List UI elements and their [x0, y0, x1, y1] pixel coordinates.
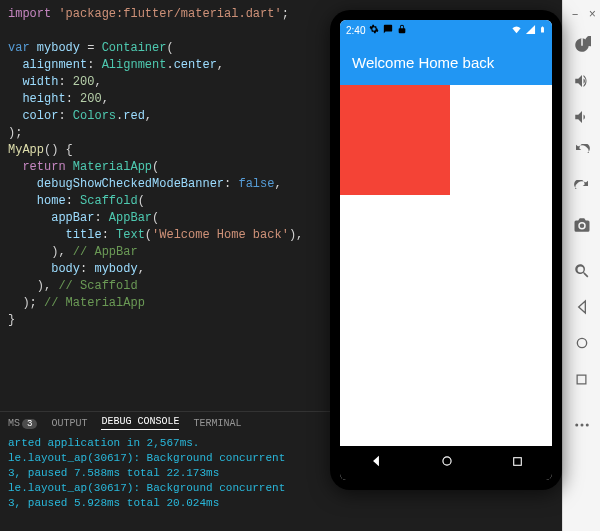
android-status-bar: 2:40	[340, 20, 552, 40]
wifi-icon	[511, 24, 522, 37]
rotate-left-icon[interactable]	[567, 138, 597, 168]
nav-recent-icon[interactable]	[511, 455, 524, 472]
window-minimize-button[interactable]: –	[572, 8, 579, 22]
svg-point-4	[575, 424, 578, 427]
rotate-right-icon[interactable]	[567, 174, 597, 204]
nav-home-icon[interactable]	[440, 454, 454, 472]
android-emulator-frame: 2:40 Welcome Home back	[330, 10, 562, 490]
svg-point-0	[442, 457, 450, 465]
tab-output[interactable]: OUTPUT	[51, 418, 87, 429]
problems-badge: 3	[22, 419, 37, 429]
phone-screen[interactable]: 2:40 Welcome Home back	[340, 20, 552, 480]
svg-point-2	[577, 338, 586, 347]
svg-point-5	[580, 424, 583, 427]
lock-icon	[397, 24, 407, 36]
volume-up-icon[interactable]	[567, 66, 597, 96]
scaffold-body	[340, 85, 552, 446]
battery-icon	[539, 24, 546, 37]
signal-icon	[525, 24, 536, 37]
red-container	[340, 85, 450, 195]
volume-down-icon[interactable]	[567, 102, 597, 132]
tab-terminal[interactable]: TERMINAL	[193, 418, 241, 429]
appbar-title: Welcome Home back	[352, 54, 494, 71]
nav-home-circle-icon[interactable]	[567, 328, 597, 358]
nav-back-triangle-icon[interactable]	[567, 292, 597, 322]
tab-problems[interactable]: MS3	[8, 418, 37, 429]
gear-icon	[369, 24, 379, 36]
window-close-button[interactable]: ×	[589, 8, 596, 22]
zoom-icon[interactable]	[567, 256, 597, 286]
camera-icon[interactable]	[567, 210, 597, 240]
nav-recent-square-icon[interactable]	[567, 364, 597, 394]
svg-rect-1	[513, 457, 521, 465]
nav-back-icon[interactable]	[369, 454, 383, 472]
more-icon[interactable]	[567, 410, 597, 440]
android-nav-bar	[340, 446, 552, 480]
power-icon[interactable]	[567, 30, 597, 60]
svg-rect-3	[577, 375, 586, 384]
svg-point-6	[585, 424, 588, 427]
tab-debug-console[interactable]: DEBUG CONSOLE	[101, 416, 179, 430]
status-clock: 2:40	[346, 25, 365, 36]
message-icon	[383, 24, 393, 36]
app-bar: Welcome Home back	[340, 40, 552, 85]
emulator-toolbar: – ×	[562, 0, 600, 531]
